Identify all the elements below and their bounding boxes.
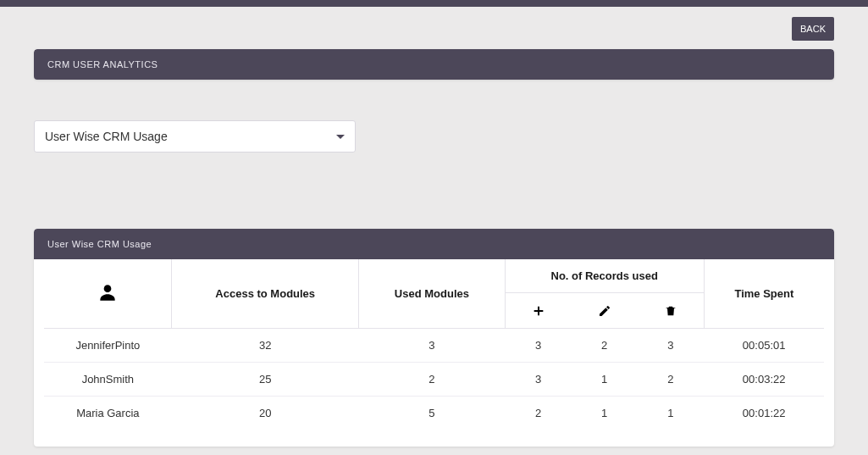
analytics-header-title: CRM USER ANALYTICS	[34, 49, 834, 80]
svg-rect-4	[670, 309, 671, 314]
cell-name: JenniferPinto	[44, 328, 172, 362]
cell-access: 32	[172, 328, 359, 362]
col-records-group: No. of Records used	[505, 259, 704, 293]
pencil-icon	[598, 304, 611, 318]
svg-point-0	[104, 285, 112, 292]
trash-icon	[664, 304, 677, 318]
spacer	[34, 153, 834, 229]
col-access-modules: Access to Modules	[172, 259, 359, 328]
cell-access: 25	[172, 362, 359, 396]
content-area: BACK CRM USER ANALYTICS User Wise CRM Us…	[0, 7, 868, 455]
cell-used: 3	[359, 328, 505, 362]
table-row: JenniferPinto 32 3 3 2 3 00:05:01	[44, 328, 824, 362]
table-wrap: Access to Modules Used Modules No. of Re…	[34, 259, 834, 447]
col-records-edited	[572, 293, 638, 329]
dropdown-section: User Wise CRM Usage	[34, 80, 834, 153]
cell-time: 00:01:22	[704, 396, 824, 430]
cell-edited: 2	[572, 328, 638, 362]
usage-table-title: User Wise CRM Usage	[34, 229, 834, 259]
cell-deleted: 1	[638, 396, 705, 430]
cell-used: 2	[359, 362, 505, 396]
window-top-bar	[0, 0, 868, 7]
usage-table-panel: User Wise CRM Usage Access t	[34, 229, 834, 447]
dropdown-selected-label: User Wise CRM Usage	[45, 130, 168, 143]
cell-name: Maria Garcia	[44, 396, 172, 430]
table-row: Maria Garcia 20 5 2 1 1 00:01:22	[44, 396, 824, 430]
cell-edited: 1	[572, 396, 638, 430]
cell-access: 20	[172, 396, 359, 430]
col-time-spent: Time Spent	[704, 259, 824, 328]
col-records-added	[505, 293, 572, 329]
cell-added: 3	[505, 328, 572, 362]
cell-time: 00:03:22	[704, 362, 824, 396]
plus-icon	[532, 304, 545, 318]
cell-deleted: 2	[638, 362, 705, 396]
svg-rect-3	[669, 309, 670, 314]
cell-used: 5	[359, 396, 505, 430]
usage-table: Access to Modules Used Modules No. of Re…	[44, 259, 824, 430]
cell-added: 2	[505, 396, 572, 430]
cell-deleted: 3	[638, 328, 705, 362]
analytics-header-panel: CRM USER ANALYTICS	[34, 49, 834, 80]
col-used-modules: Used Modules	[359, 259, 505, 328]
col-records-deleted	[638, 293, 705, 329]
cell-name: JohnSmith	[44, 362, 172, 396]
back-button[interactable]: BACK	[792, 17, 834, 41]
person-icon	[97, 281, 119, 303]
cell-added: 3	[505, 362, 572, 396]
table-row: JohnSmith 25 2 3 1 2 00:03:22	[44, 362, 824, 396]
back-row: BACK	[34, 17, 834, 41]
cell-time: 00:05:01	[704, 328, 824, 362]
report-type-dropdown[interactable]: User Wise CRM Usage	[34, 120, 356, 153]
col-user	[44, 259, 172, 328]
svg-rect-5	[672, 309, 672, 314]
cell-edited: 1	[572, 362, 638, 396]
chevron-down-icon	[336, 135, 345, 139]
